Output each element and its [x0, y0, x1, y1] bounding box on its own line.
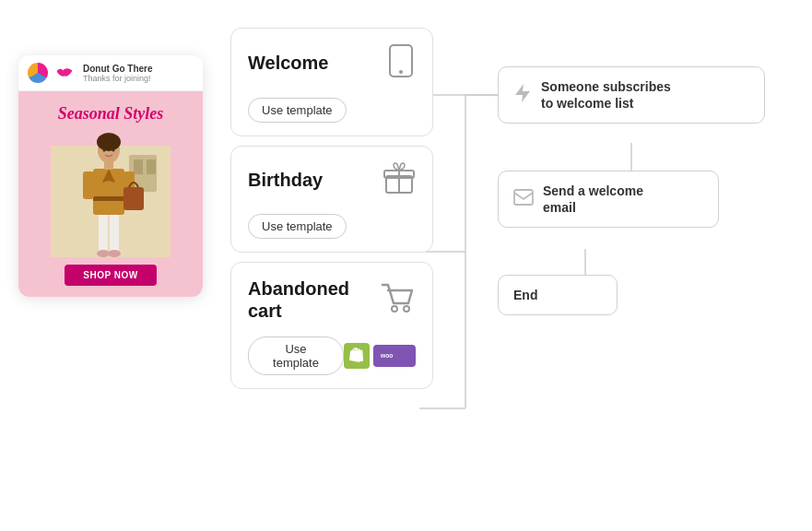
trigger-node-text: Someone subscribesto welcome list — [541, 78, 671, 112]
welcome-card-header: Welcome — [248, 43, 416, 83]
connector-lines-svg — [419, 0, 812, 531]
integration-badges: woo — [344, 343, 416, 369]
trigger-flow-node: Someone subscribesto welcome list — [498, 66, 765, 124]
shop-now-button[interactable]: SHOP NOW — [65, 265, 156, 286]
svg-rect-4 — [99, 210, 108, 252]
svg-point-18 — [103, 149, 106, 152]
abandoned-cart-card-footer: Use template woo — [248, 336, 416, 375]
email-footer: SHOP NOW — [18, 257, 203, 297]
svg-point-19 — [112, 149, 115, 152]
email-header-text: Donut Go There Thanks for joining! — [83, 64, 153, 83]
end-flow-node: End — [498, 275, 618, 315]
email-hero: Seasonal Styles — [18, 91, 203, 257]
email-preview: Donut Go There Thanks for joining! Seaso… — [18, 55, 203, 297]
svg-rect-3 — [147, 159, 156, 174]
svg-rect-11 — [93, 196, 124, 201]
abandoned-cart-card-title: Abandonedcart — [248, 277, 349, 322]
email-brand-name: Donut Go There — [83, 64, 153, 74]
birthday-template-card: Birthday Use template — [230, 146, 433, 253]
svg-rect-2 — [134, 159, 143, 174]
woocommerce-badge: woo — [373, 345, 416, 367]
abandoned-cart-use-template-button[interactable]: Use template — [248, 336, 344, 375]
bolt-icon — [513, 83, 532, 108]
welcome-template-card: Welcome Use template — [230, 28, 433, 136]
welcome-card-title: Welcome — [248, 53, 328, 74]
email-header: Donut Go There Thanks for joining! — [18, 55, 203, 91]
svg-point-6 — [97, 250, 110, 257]
email-subtext: Thanks for joining! — [83, 74, 153, 83]
shopify-badge — [344, 343, 370, 369]
template-cards-column: Welcome Use template Birthday — [230, 28, 433, 389]
action-node-text: Send a welcomeemail — [543, 183, 643, 216]
gift-icon — [382, 161, 416, 199]
svg-point-25 — [392, 306, 397, 312]
svg-point-26 — [404, 306, 409, 312]
abandoned-cart-template-card: Abandonedcart Use template — [230, 262, 433, 389]
birthday-card-title: Birthday — [248, 170, 323, 191]
cart-icon — [379, 281, 416, 319]
fashion-figure-container — [28, 127, 194, 257]
fashion-figure-svg — [51, 127, 171, 257]
svg-point-17 — [97, 133, 121, 151]
svg-point-7 — [108, 250, 121, 257]
birthday-use-template-button[interactable]: Use template — [248, 214, 347, 239]
main-container: Donut Go There Thanks for joining! Seaso… — [0, 0, 812, 531]
svg-rect-5 — [110, 210, 119, 252]
flow-area: Someone subscribesto welcome list Send a… — [419, 0, 812, 531]
envelope-icon — [513, 189, 534, 210]
birthday-card-header: Birthday — [248, 161, 416, 199]
end-node-text: End — [513, 287, 537, 303]
svg-point-21 — [399, 70, 403, 74]
birthday-card-footer: Use template — [248, 214, 416, 239]
welcome-use-template-button[interactable]: Use template — [248, 98, 347, 123]
email-hero-title: Seasonal Styles — [28, 104, 194, 124]
svg-rect-12 — [83, 171, 94, 199]
lips-icon — [55, 66, 74, 79]
action-flow-node: Send a welcomeemail — [498, 171, 719, 228]
svg-text:woo: woo — [380, 352, 393, 359]
abandoned-cart-card-header: Abandonedcart — [248, 277, 416, 322]
svg-rect-36 — [514, 190, 533, 205]
svg-rect-14 — [124, 187, 144, 210]
email-logo-icon — [28, 63, 48, 83]
mobile-icon — [386, 43, 416, 83]
welcome-card-footer: Use template — [248, 98, 416, 123]
